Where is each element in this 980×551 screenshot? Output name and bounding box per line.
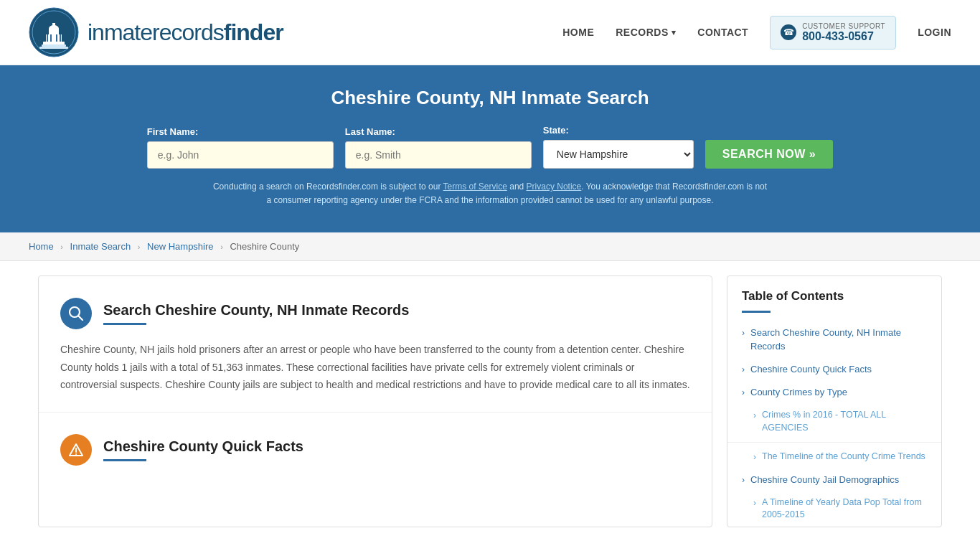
- toc-item-crimes-2016[interactable]: Crimes % in 2016 - TOTAL ALL AGENCIES: [727, 404, 941, 439]
- support-number: 800-433-0567: [802, 30, 885, 43]
- main-content: Search Cheshire County, NH Inmate Record…: [24, 276, 956, 527]
- search-button[interactable]: SEARCH NOW »: [705, 140, 833, 169]
- nav-contact[interactable]: CONTACT: [697, 27, 748, 38]
- last-name-group: Last Name:: [345, 126, 532, 169]
- site-header: inmaterecordsfinder HOME RECORDS ▾ CONTA…: [0, 0, 980, 65]
- toc-link-demographics[interactable]: Cheshire County Jail Demographics: [750, 474, 899, 486]
- toc-chevron-7: [753, 498, 756, 508]
- svg-rect-3: [46, 34, 62, 42]
- sidebar: Table of Contents Search Cheshire County…: [727, 276, 942, 527]
- svg-rect-11: [42, 44, 66, 47]
- inmate-records-body: Cheshire County, NH jails hold prisoners…: [60, 341, 690, 394]
- search-form: First Name: Last Name: State: New Hampsh…: [29, 125, 951, 169]
- breadcrumb-inmate-search[interactable]: Inmate Search: [70, 241, 131, 252]
- tos-link[interactable]: Terms of Service: [443, 182, 507, 192]
- logo-icon: [29, 7, 79, 57]
- inmate-records-section: Search Cheshire County, NH Inmate Record…: [39, 276, 712, 413]
- state-group: State: New Hampshire: [543, 125, 694, 169]
- svg-point-17: [75, 453, 77, 455]
- nav-records[interactable]: RECORDS ▾: [616, 27, 676, 38]
- toc-chevron-1: [742, 328, 745, 338]
- first-name-input[interactable]: [147, 141, 334, 169]
- toc-title: Table of Contents: [727, 276, 941, 311]
- toc-bottom-divider: [727, 442, 941, 443]
- breadcrumb-new-hampshire[interactable]: New Hampshire: [147, 241, 213, 252]
- disclaimer-text: Conducting a search on Recordsfinder.com…: [210, 180, 770, 207]
- toc-link-crimes-type[interactable]: County Crimes by Type: [750, 386, 847, 399]
- svg-rect-12: [39, 47, 68, 49]
- nav-home[interactable]: HOME: [562, 27, 594, 38]
- last-name-label: Last Name:: [345, 126, 532, 137]
- toc-item-demographics[interactable]: Cheshire County Jail Demographics: [727, 468, 941, 491]
- toc-chevron-5: [753, 452, 756, 462]
- search-section-icon: [60, 298, 92, 329]
- breadcrumb-sep-3: ›: [220, 242, 223, 251]
- toc-link-quick-facts[interactable]: Cheshire County Quick Facts: [750, 363, 872, 376]
- quick-facts-title: Cheshire County Quick Facts: [103, 438, 303, 455]
- inmate-records-title-group: Search Cheshire County, NH Inmate Record…: [103, 302, 409, 325]
- toc-link-crimes-2016[interactable]: Crimes % in 2016 - TOTAL ALL AGENCIES: [762, 409, 927, 434]
- svg-rect-8: [50, 34, 52, 42]
- privacy-link[interactable]: Privacy Notice: [527, 182, 582, 192]
- toc-link-timeline-crime[interactable]: The Timeline of the County Crime Trends: [762, 451, 925, 463]
- toc-item-search[interactable]: Search Cheshire County, NH Inmate Record…: [727, 321, 941, 357]
- quick-facts-header: Cheshire County Quick Facts: [60, 434, 690, 466]
- breadcrumb-current: Cheshire County: [230, 241, 299, 252]
- last-name-input[interactable]: [345, 141, 532, 169]
- quick-facts-section: Cheshire County Quick Facts: [39, 413, 712, 495]
- toc-link-search[interactable]: Search Cheshire County, NH Inmate Record…: [750, 326, 927, 352]
- headset-icon: ☎: [781, 24, 796, 40]
- quick-facts-title-group: Cheshire County Quick Facts: [103, 438, 303, 461]
- nav-login[interactable]: LOGIN: [918, 27, 951, 38]
- toc-item-timeline-crime[interactable]: The Timeline of the County Crime Trends: [727, 446, 941, 468]
- search-section-title: Cheshire County, NH Inmate Search: [29, 87, 951, 109]
- support-label: CUSTOMER SUPPORT: [802, 22, 885, 30]
- logo-area[interactable]: inmaterecordsfinder: [29, 7, 283, 57]
- toc-chevron-3: [742, 387, 745, 397]
- toc: Table of Contents Search Cheshire County…: [727, 276, 942, 527]
- quick-facts-title-underline: [103, 459, 146, 461]
- svg-rect-10: [60, 34, 61, 42]
- inmate-records-header: Search Cheshire County, NH Inmate Record…: [60, 298, 690, 329]
- support-info: CUSTOMER SUPPORT 800-433-0567: [802, 22, 885, 43]
- toc-item-quick-facts[interactable]: Cheshire County Quick Facts: [727, 358, 941, 381]
- toc-divider: [742, 311, 771, 313]
- toc-chevron-4: [753, 410, 756, 420]
- svg-line-14: [79, 316, 83, 321]
- toc-link-timeline-yearly[interactable]: A Timeline of Yearly Data Pop Total from…: [762, 496, 927, 522]
- first-name-group: First Name:: [147, 126, 334, 169]
- breadcrumb-sep-1: ›: [60, 242, 63, 251]
- quick-facts-icon: [60, 434, 92, 466]
- state-select[interactable]: New Hampshire: [543, 140, 694, 169]
- main-nav: HOME RECORDS ▾ CONTACT ☎ CUSTOMER SUPPOR…: [562, 16, 951, 50]
- breadcrumb: Home › Inmate Search › New Hampshire › C…: [0, 232, 980, 261]
- customer-support[interactable]: ☎ CUSTOMER SUPPORT 800-433-0567: [770, 16, 896, 50]
- left-content: Search Cheshire County, NH Inmate Record…: [38, 276, 712, 527]
- svg-rect-7: [47, 34, 48, 42]
- breadcrumb-sep-2: ›: [138, 242, 141, 251]
- logo-text: inmaterecordsfinder: [88, 19, 283, 46]
- toc-item-timeline-yearly[interactable]: A Timeline of Yearly Data Pop Total from…: [727, 491, 941, 527]
- svg-rect-6: [52, 23, 55, 29]
- svg-rect-9: [56, 34, 57, 42]
- state-label: State:: [543, 125, 694, 136]
- toc-item-crimes-type[interactable]: County Crimes by Type: [727, 381, 941, 404]
- toc-chevron-2: [742, 364, 745, 375]
- search-section: Cheshire County, NH Inmate Search First …: [0, 65, 980, 232]
- toc-chevron-6: [742, 475, 745, 485]
- first-name-label: First Name:: [147, 126, 334, 137]
- breadcrumb-home[interactable]: Home: [29, 241, 54, 252]
- inmate-records-title: Search Cheshire County, NH Inmate Record…: [103, 302, 409, 319]
- section-title-underline: [103, 323, 146, 325]
